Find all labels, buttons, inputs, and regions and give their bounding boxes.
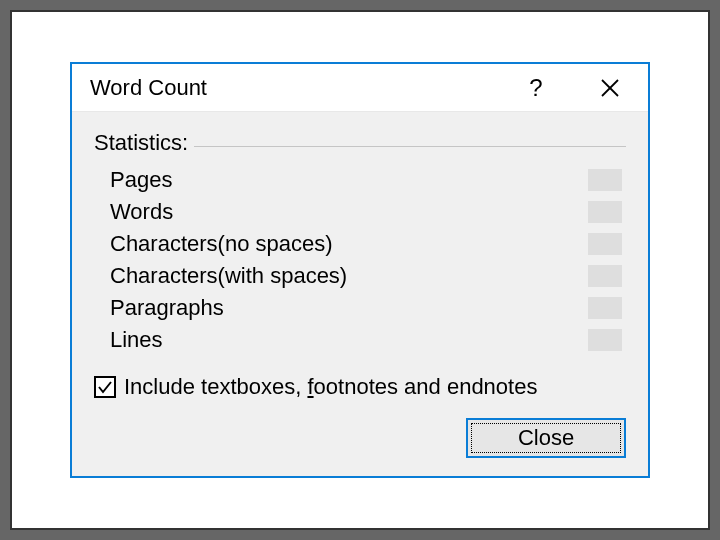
stat-row-characters-with-spaces: Characters(with spaces) xyxy=(110,260,622,292)
statistics-header: Statistics: xyxy=(94,130,626,156)
stat-label: Characters(with spaces) xyxy=(110,263,347,289)
stat-value xyxy=(588,329,622,351)
statistics-list: Pages Words Characters(no spaces) Charac… xyxy=(94,164,626,356)
stat-row-lines: Lines xyxy=(110,324,622,356)
divider xyxy=(194,146,626,147)
titlebar-buttons: ? xyxy=(516,74,630,102)
button-row: Close xyxy=(94,418,626,458)
stat-label: Characters(no spaces) xyxy=(110,231,333,257)
stat-value xyxy=(588,233,622,255)
stat-value xyxy=(588,265,622,287)
stat-value xyxy=(588,169,622,191)
stat-label: Pages xyxy=(110,167,172,193)
stat-value xyxy=(588,201,622,223)
stat-row-characters-no-spaces: Characters(no spaces) xyxy=(110,228,622,260)
word-count-dialog: Word Count ? Statistics: Pages xyxy=(70,62,650,478)
close-icon[interactable] xyxy=(590,78,630,98)
include-checkbox-row: Include textboxes, footnotes and endnote… xyxy=(94,374,626,400)
stat-row-words: Words xyxy=(110,196,622,228)
titlebar: Word Count ? xyxy=(72,64,648,112)
stat-row-paragraphs: Paragraphs xyxy=(110,292,622,324)
dialog-title: Word Count xyxy=(90,75,516,101)
outer-frame: Word Count ? Statistics: Pages xyxy=(10,10,710,530)
stat-label: Paragraphs xyxy=(110,295,224,321)
statistics-label: Statistics: xyxy=(94,130,188,156)
dialog-body: Statistics: Pages Words Characters(no sp… xyxy=(72,112,648,476)
include-checkbox[interactable] xyxy=(94,376,116,398)
stat-label: Words xyxy=(110,199,173,225)
include-checkbox-label[interactable]: Include textboxes, footnotes and endnote… xyxy=(124,374,537,400)
stat-label: Lines xyxy=(110,327,163,353)
stat-value xyxy=(588,297,622,319)
stat-row-pages: Pages xyxy=(110,164,622,196)
close-button[interactable]: Close xyxy=(466,418,626,458)
help-button[interactable]: ? xyxy=(516,74,556,102)
